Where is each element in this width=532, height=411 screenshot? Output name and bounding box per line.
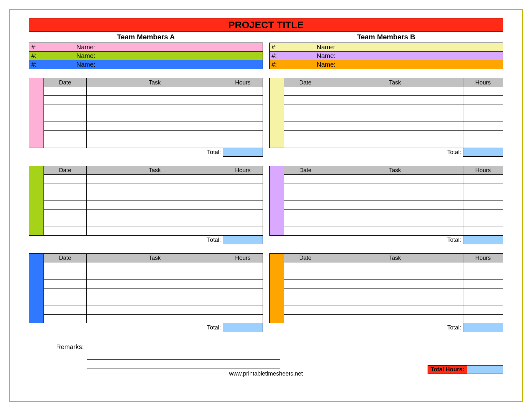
table-row[interactable] <box>269 192 503 201</box>
member-color-indicator <box>29 166 44 236</box>
table-row[interactable] <box>269 227 503 236</box>
table-row[interactable] <box>269 210 503 218</box>
table-row[interactable] <box>269 218 503 227</box>
column-header-task: Task <box>327 78 463 87</box>
column-header-task: Task <box>87 254 223 262</box>
total-hours-value[interactable] <box>467 366 503 374</box>
team-member-row[interactable]: #:Name: <box>269 43 503 52</box>
table-row[interactable] <box>29 218 263 227</box>
timesheet-block: DateTaskHoursTotal: <box>269 78 503 157</box>
column-header-task: Task <box>87 166 223 175</box>
team-member-row[interactable]: #:Name: <box>269 60 503 69</box>
team-member-row[interactable]: #:Name: <box>269 52 503 60</box>
column-header-hours: Hours <box>463 78 503 87</box>
column-header-hours: Hours <box>223 254 263 262</box>
table-row[interactable] <box>29 96 263 104</box>
member-number-label: #: <box>29 60 76 69</box>
remarks-label: Remarks: <box>29 342 87 351</box>
column-header-date: Date <box>44 78 87 87</box>
table-row[interactable] <box>269 139 503 148</box>
table-row[interactable] <box>269 96 503 104</box>
column-header-hours: Hours <box>223 78 263 87</box>
table-row[interactable] <box>269 201 503 210</box>
table-row[interactable] <box>269 262 503 271</box>
table-row[interactable] <box>29 87 263 96</box>
column-header-task: Task <box>327 254 463 262</box>
table-row[interactable] <box>29 183 263 192</box>
remarks-lines[interactable] <box>87 342 280 368</box>
table-row[interactable] <box>269 315 503 323</box>
table-row[interactable] <box>29 280 263 289</box>
table-row[interactable] <box>269 183 503 192</box>
member-number-label: #: <box>270 43 317 51</box>
table-row[interactable] <box>29 262 263 271</box>
timesheet-block: DateTaskHoursTotal: <box>29 166 263 244</box>
remarks-section: Remarks: <box>29 342 503 368</box>
table-row[interactable] <box>29 201 263 210</box>
member-name-label: Name: <box>76 43 263 51</box>
table-row[interactable] <box>29 210 263 218</box>
team-member-row[interactable]: #:Name: <box>29 43 263 52</box>
member-name-label: Name: <box>317 43 503 51</box>
total-hours-box: Total Hours: <box>428 365 503 374</box>
table-row[interactable] <box>29 271 263 280</box>
table-row[interactable] <box>269 131 503 139</box>
member-color-indicator <box>29 254 44 323</box>
table-row[interactable] <box>269 271 503 280</box>
column-header-hours: Hours <box>463 254 503 262</box>
project-title: PROJECT TITLE <box>29 18 503 32</box>
blocks-row: DateTaskHoursTotal:DateTaskHoursTotal: <box>29 78 503 157</box>
block-total-value[interactable] <box>223 148 263 157</box>
table-row[interactable] <box>29 306 263 315</box>
team-member-row[interactable]: #:Name: <box>29 60 263 69</box>
table-row[interactable] <box>29 104 263 113</box>
timesheet-block: DateTaskHoursTotal: <box>29 253 263 332</box>
blocks-row: DateTaskHoursTotal:DateTaskHoursTotal: <box>29 166 503 244</box>
block-total-value[interactable] <box>463 148 503 157</box>
table-row[interactable] <box>29 227 263 236</box>
table-row[interactable] <box>29 122 263 131</box>
table-row[interactable] <box>269 280 503 289</box>
block-total-label: Total: <box>284 148 463 157</box>
table-row[interactable] <box>29 139 263 148</box>
table-row[interactable] <box>29 113 263 122</box>
team-b-column: Team Members B #:Name:#:Name:#:Name: <box>269 32 503 69</box>
table-row[interactable] <box>269 175 503 183</box>
table-row[interactable] <box>269 306 503 315</box>
member-color-indicator <box>269 254 284 323</box>
timesheet-page: PROJECT TITLE Team Members A #:Name:#:Na… <box>9 9 523 402</box>
column-header-task: Task <box>327 166 463 175</box>
table-row[interactable] <box>269 122 503 131</box>
table-row[interactable] <box>269 297 503 306</box>
block-total-label: Total: <box>44 148 223 157</box>
block-total-value[interactable] <box>463 236 503 244</box>
team-member-row[interactable]: #:Name: <box>29 52 263 60</box>
table-row[interactable] <box>269 87 503 96</box>
block-total-label: Total: <box>44 236 223 244</box>
table-row[interactable] <box>29 131 263 139</box>
column-header-hours: Hours <box>223 166 263 175</box>
table-row[interactable] <box>29 289 263 297</box>
member-number-label: #: <box>29 43 76 51</box>
block-total-value[interactable] <box>223 236 263 244</box>
column-header-date: Date <box>44 166 87 175</box>
table-row[interactable] <box>269 113 503 122</box>
table-row[interactable] <box>269 289 503 297</box>
column-header-date: Date <box>284 254 327 262</box>
column-header-date: Date <box>284 166 327 175</box>
member-name-label: Name: <box>317 60 503 69</box>
table-row[interactable] <box>29 315 263 323</box>
block-total-label: Total: <box>284 236 463 244</box>
table-row[interactable] <box>29 192 263 201</box>
member-number-label: #: <box>29 52 76 60</box>
timesheet-block: DateTaskHoursTotal: <box>269 253 503 332</box>
member-color-indicator <box>269 78 284 148</box>
table-row[interactable] <box>29 175 263 183</box>
team-a-header: Team Members A <box>29 32 263 43</box>
block-total-value[interactable] <box>463 323 503 332</box>
block-total-value[interactable] <box>223 323 263 332</box>
table-row[interactable] <box>269 104 503 113</box>
timesheet-block: DateTaskHoursTotal: <box>269 166 503 244</box>
table-row[interactable] <box>29 297 263 306</box>
member-number-label: #: <box>270 52 317 60</box>
